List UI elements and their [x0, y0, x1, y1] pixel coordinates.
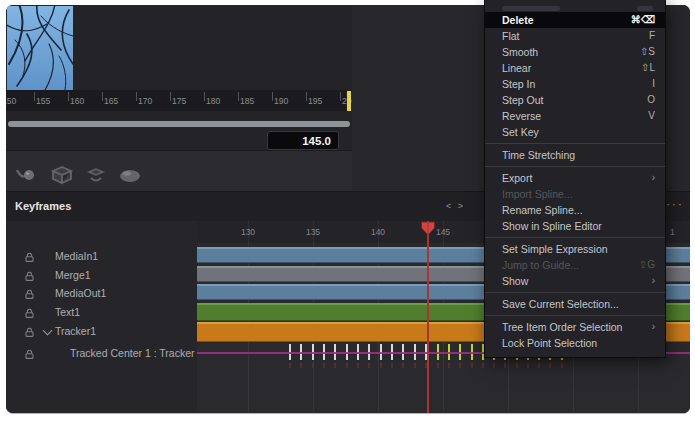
- menu-item-clipped[interactable]: [485, 0, 665, 12]
- menu-shortcut: F: [649, 28, 655, 44]
- layer-row[interactable]: MediaOut1: [6, 284, 197, 302]
- keyframe-subtick: [346, 363, 348, 368]
- ruler-tick: [68, 92, 69, 101]
- keyframe-subtick: [334, 363, 336, 368]
- lock-icon[interactable]: [24, 249, 35, 267]
- lock-icon[interactable]: [24, 324, 35, 342]
- tree-branches-image: [7, 6, 73, 90]
- ruler-label: 155: [36, 96, 50, 106]
- layer-row[interactable]: Merge1: [6, 266, 197, 284]
- ruler-tick: [340, 92, 341, 101]
- keyframe-subtick: [357, 363, 359, 368]
- fusion-toolbar: [6, 150, 352, 191]
- menu-item-flat[interactable]: FlatF: [485, 28, 665, 44]
- current-time-field[interactable]: 145.0: [267, 131, 339, 150]
- menu-item-linear[interactable]: Linear⇧L: [485, 60, 665, 76]
- menu-shortcut: ⌘⌫: [631, 12, 655, 28]
- panel-options-icon[interactable]: ···: [666, 196, 684, 211]
- menu-separator: [485, 166, 665, 167]
- menu-item-label: Save Current Selection...: [502, 296, 655, 312]
- menu-item-save-current-selection[interactable]: Save Current Selection...: [485, 296, 665, 312]
- menu-item-label: Lock Point Selection: [502, 335, 655, 351]
- keyframe-subtick: [312, 363, 314, 368]
- spline-scroll-area: 145.0: [6, 111, 352, 150]
- chevron-down-icon[interactable]: [43, 326, 53, 336]
- menu-item-lock-point-selection[interactable]: Lock Point Selection: [485, 335, 665, 351]
- menu-item-show-in-spline-editor[interactable]: Show in Spline Editor: [485, 218, 665, 234]
- menu-item-smooth[interactable]: Smooth⇧S: [485, 44, 665, 60]
- layer-row[interactable]: Tracked Center 1 : Tracker: [6, 344, 197, 362]
- keyframe-subtick: [448, 363, 450, 368]
- keyframe-subtick: [561, 363, 563, 368]
- menu-item-label: Linear: [502, 60, 641, 76]
- submenu-arrow-icon: ›: [652, 170, 655, 186]
- menu-separator: [485, 237, 665, 238]
- layer-label: MediaIn1: [55, 250, 98, 262]
- menu-item-set-key[interactable]: Set Key: [485, 124, 665, 140]
- ruler-tick: [306, 92, 307, 101]
- transform-3d-tool-icon[interactable]: [82, 164, 110, 186]
- keyframe-subtick: [414, 363, 416, 368]
- lock-icon[interactable]: [24, 305, 35, 323]
- menu-item-label: Export: [502, 170, 652, 186]
- layer-row[interactable]: Tracker1: [6, 322, 197, 340]
- menu-item-label: Rename Spline...: [502, 202, 655, 218]
- panel-collapse-control[interactable]: < >: [446, 201, 465, 211]
- menu-item-tree-item-order-selection[interactable]: Tree Item Order Selection›: [485, 319, 665, 335]
- menu-item-time-stretching[interactable]: Time Stretching: [485, 147, 665, 163]
- cloud-tool-icon[interactable]: [116, 164, 144, 186]
- keyframe-subtick: [368, 363, 370, 368]
- menu-item-jump-to-guide[interactable]: Jump to Guide...⇧G: [485, 257, 665, 273]
- keyframe-subtick: [323, 363, 325, 368]
- ruler-label: 150: [6, 96, 16, 106]
- spline-editor-panel: 150155160165170175180185190195200 145.0: [6, 5, 352, 150]
- ruler-label: 180: [206, 96, 220, 106]
- keyframe-subtick: [504, 363, 506, 368]
- ruler-tick: [204, 92, 205, 101]
- keyframe-subtick: [482, 363, 484, 368]
- viewer-thumbnail: [7, 6, 73, 90]
- menu-item-label: Smooth: [502, 44, 640, 60]
- menu-item-label: Flat: [502, 28, 649, 44]
- keyframe-subtick: [549, 363, 551, 368]
- keyframe-subtick: [300, 363, 302, 368]
- keyframe-subtick: [538, 363, 540, 368]
- layer-row[interactable]: MediaIn1: [6, 247, 197, 265]
- lock-icon[interactable]: [24, 346, 35, 364]
- menu-item-import-spline[interactable]: Import Spline...: [485, 186, 665, 202]
- menu-item-set-simple-expression[interactable]: Set Simple Expression: [485, 241, 665, 257]
- spline-tool-icon[interactable]: [14, 164, 42, 186]
- keyframes-panel-title: Keyframes: [15, 200, 71, 212]
- menu-item-delete[interactable]: Delete⌘⌫: [485, 12, 665, 28]
- menu-item-export[interactable]: Export›: [485, 170, 665, 186]
- ruler-tick: [136, 92, 137, 101]
- menu-item-label: Set Key: [502, 124, 655, 140]
- ruler-label: 175: [172, 96, 186, 106]
- layer-row[interactable]: Text1: [6, 303, 197, 321]
- menu-item-label: Tree Item Order Selection: [502, 319, 652, 335]
- ruler-label: 160: [70, 96, 84, 106]
- lock-icon[interactable]: [24, 286, 35, 304]
- menu-shortcut: ⇧S: [640, 44, 655, 60]
- spline-time-ruler[interactable]: 150155160165170175180185190195200: [6, 90, 352, 111]
- keyframe-subtick: [380, 363, 382, 368]
- menu-item-show[interactable]: Show›: [485, 273, 665, 289]
- horizontal-scrollbar[interactable]: [8, 121, 350, 127]
- layer-label: MediaOut1: [55, 287, 106, 299]
- ruler-tick: [34, 92, 35, 101]
- keyframe-subtick: [289, 363, 291, 368]
- menu-item-label: Show: [502, 273, 652, 289]
- ruler-label: 190: [274, 96, 288, 106]
- menu-item-step-in[interactable]: Step InI: [485, 76, 665, 92]
- menu-item-reverse[interactable]: ReverseV: [485, 108, 665, 124]
- menu-shortcut: ⇧G: [639, 257, 655, 273]
- ruler-label: 165: [104, 96, 118, 106]
- menu-item-label: Set Simple Expression: [502, 241, 655, 257]
- ruler-label-clipped: 1: [670, 227, 679, 237]
- keyframe-subtick: [527, 363, 529, 368]
- menu-item-rename-spline[interactable]: Rename Spline...: [485, 202, 665, 218]
- menu-item-step-out[interactable]: Step OutO: [485, 92, 665, 108]
- layer-label: Tracked Center 1 : Tracker: [70, 347, 195, 359]
- cube-3d-tool-icon[interactable]: [48, 164, 76, 186]
- keyframe-subtick: [459, 363, 461, 368]
